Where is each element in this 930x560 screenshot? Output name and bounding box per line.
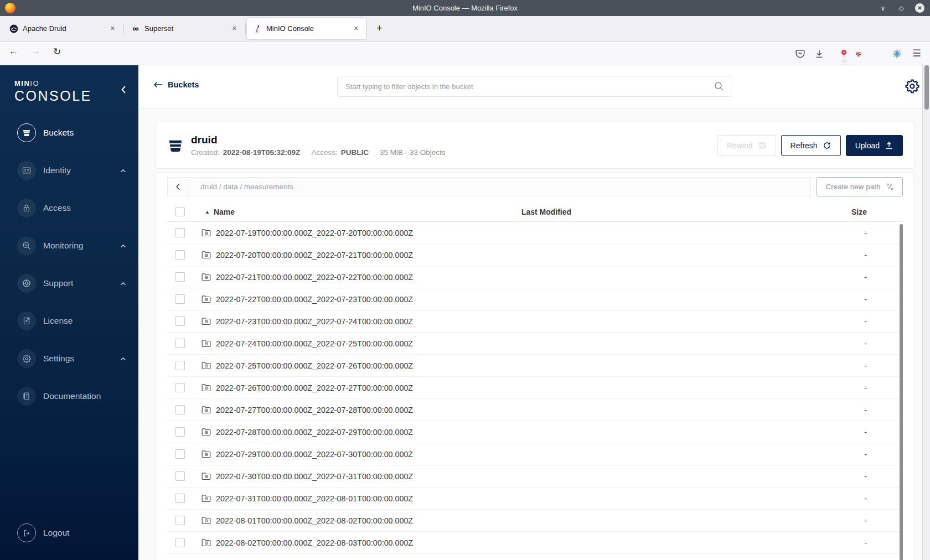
pocket-icon[interactable] — [795, 48, 806, 59]
row-checkbox[interactable] — [175, 538, 185, 547]
tab-close-icon[interactable]: ✕ — [229, 23, 240, 34]
object-name: 2022-07-30T00:00:00.000Z_2022-07-31T00:0… — [216, 472, 413, 481]
multi-account-extension-icon[interactable]: ✳ — [892, 48, 903, 59]
object-browser-card: druid / data / measurements Create new p… — [156, 173, 914, 560]
folder-icon — [202, 339, 211, 348]
row-checkbox[interactable] — [175, 317, 185, 326]
page-scrollbar[interactable] — [922, 65, 930, 560]
chevron-up-icon[interactable] — [120, 357, 126, 361]
table-row[interactable]: 2022-07-25T00:00:00.000Z_2022-07-26T00:0… — [167, 355, 903, 377]
object-size: - — [657, 273, 903, 282]
browser-toolbar: ← → ↻ 172.18.0.5:32595/buckets/druid/bro… — [0, 42, 930, 65]
tab-superset[interactable]: ∞ Superset ✕ — [125, 18, 244, 39]
column-header-name[interactable]: Name — [214, 208, 235, 216]
sidebar-item-support[interactable]: Support — [0, 265, 138, 302]
sidebar-item-documentation[interactable]: Documentation — [0, 377, 138, 415]
table-row[interactable]: 2022-07-20T00:00:00.000Z_2022-07-21T00:0… — [167, 244, 903, 266]
access-value: PUBLIC — [341, 148, 369, 157]
new-tab-button[interactable]: + — [372, 23, 387, 34]
window-minimize-icon[interactable]: ∨ — [879, 4, 887, 12]
tab-close-icon[interactable]: ✕ — [107, 23, 118, 34]
column-header-size[interactable]: Size — [657, 208, 903, 216]
back-to-buckets-link[interactable]: Buckets — [154, 80, 199, 89]
table-row[interactable]: 2022-07-30T00:00:00.000Z_2022-07-31T00:0… — [167, 465, 903, 488]
breadcrumb[interactable]: druid / data / measurements — [188, 183, 293, 191]
chevron-up-icon[interactable] — [120, 244, 126, 248]
bucket-usage-summary: 35 MiB - 33 Objects — [380, 148, 446, 157]
table-row[interactable]: 2022-07-27T00:00:00.000Z_2022-07-28T00:0… — [167, 399, 903, 421]
table-row[interactable]: 2022-07-28T00:00:00.000Z_2022-07-29T00:0… — [167, 421, 903, 443]
page-scrollbar-thumb[interactable] — [924, 65, 929, 110]
reload-button[interactable]: ↻ — [53, 46, 61, 58]
row-checkbox[interactable] — [175, 516, 185, 525]
table-row[interactable]: 2022-08-02T00:00:00.000Z_2022-08-03T00:0… — [167, 532, 903, 554]
row-checkbox[interactable] — [175, 494, 185, 503]
tab-close-icon[interactable]: ✕ — [351, 23, 361, 34]
window-maximize-icon[interactable]: ◇ — [897, 4, 906, 12]
row-checkbox[interactable] — [175, 250, 185, 260]
object-name: 2022-07-23T00:00:00.000Z_2022-07-24T00:0… — [216, 317, 413, 326]
table-row[interactable]: 2022-07-19T00:00:00.000Z_2022-07-20T00:0… — [167, 222, 903, 244]
sidebar-item-access[interactable]: Access — [0, 189, 138, 227]
object-size: - — [657, 317, 903, 326]
object-filter-search[interactable] — [337, 76, 731, 97]
row-checkbox[interactable] — [175, 228, 185, 237]
table-row[interactable]: 2022-07-22T00:00:00.000Z_2022-07-23T00:0… — [167, 288, 903, 310]
ublock-origin-icon[interactable]: UO — [853, 48, 864, 59]
logo-console: CONSOLE — [14, 89, 92, 103]
sidebar-item-settings[interactable]: Settings — [0, 340, 138, 377]
upload-button[interactable]: Upload — [846, 135, 903, 156]
sidebar-item-buckets[interactable]: Buckets — [0, 114, 138, 152]
back-button[interactable]: ← — [9, 46, 18, 57]
tab-minio-console[interactable]: MinIO Console ✕ — [247, 18, 366, 39]
row-checkbox[interactable] — [175, 471, 185, 481]
folder-icon — [202, 428, 211, 436]
download-icon[interactable] — [814, 49, 825, 59]
table-row[interactable]: 2022-07-23T00:00:00.000Z_2022-07-24T00:0… — [167, 310, 903, 333]
folder-icon — [202, 273, 211, 281]
row-checkbox[interactable] — [175, 272, 185, 282]
table-row[interactable]: 2022-07-24T00:00:00.000Z_2022-07-25T00:0… — [167, 333, 903, 355]
forward-button[interactable]: → — [31, 46, 40, 57]
hamburger-menu-icon[interactable]: ☰ — [911, 48, 922, 59]
sidebar-item-license[interactable]: License — [0, 302, 138, 340]
row-checkbox[interactable] — [175, 383, 185, 392]
row-checkbox[interactable] — [175, 427, 185, 437]
superset-favicon: ∞ — [131, 24, 140, 33]
sidebar-collapse-icon[interactable] — [121, 85, 126, 94]
rewind-button[interactable]: Rewind — [717, 135, 776, 156]
table-row[interactable]: 2022-07-21T00:00:00.000Z_2022-07-22T00:0… — [167, 266, 903, 288]
row-checkbox[interactable] — [175, 449, 185, 459]
table-row[interactable]: 2022-08-01T00:00:00.000Z_2022-08-02T00:0… — [167, 510, 903, 532]
table-row[interactable]: 2022-07-29T00:00:00.000Z_2022-07-30T00:0… — [167, 443, 903, 465]
search-input[interactable] — [345, 82, 714, 91]
create-path-icon — [886, 183, 894, 191]
bucket-browser-page: druid Created: 2022-08-19T05:32:09Z Acce… — [138, 108, 922, 560]
search-icon — [714, 81, 724, 91]
select-all-checkbox[interactable] — [175, 207, 185, 216]
object-name: 2022-07-28T00:00:00.000Z_2022-07-29T00:0… — [216, 428, 413, 437]
tab-apache-druid[interactable]: Apache Druid ✕ — [3, 18, 122, 39]
folder-icon — [202, 383, 211, 392]
column-header-last-modified[interactable]: Last Modified — [436, 208, 657, 216]
breadcrumb-back-icon[interactable] — [168, 178, 188, 196]
settings-gear-icon[interactable] — [905, 79, 920, 94]
refresh-button[interactable]: Refresh — [781, 135, 841, 156]
row-checkbox[interactable] — [175, 339, 185, 348]
row-checkbox[interactable] — [175, 405, 185, 414]
sidebar-item-logout[interactable]: Logout — [17, 523, 69, 542]
table-row[interactable]: 2022-07-26T00:00:00.000Z_2022-07-27T00:0… — [167, 377, 903, 399]
sort-asc-icon[interactable]: ▲ — [205, 209, 210, 215]
sidebar-item-identity[interactable]: Identity — [0, 152, 138, 189]
chevron-up-icon[interactable] — [120, 169, 126, 173]
row-checkbox[interactable] — [175, 294, 185, 304]
table-row[interactable]: 2022-07-31T00:00:00.000Z_2022-08-01T00:0… — [167, 488, 903, 510]
chevron-up-icon[interactable] — [120, 282, 126, 286]
sidebar-item-monitoring[interactable]: Monitoring — [0, 227, 138, 265]
create-new-path-button[interactable]: Create new path — [817, 177, 903, 196]
table-scrollbar-thumb[interactable] — [900, 224, 903, 560]
minio-sidebar: MINIO CONSOLE Buckets Identity Access — [0, 65, 138, 560]
window-close-icon[interactable]: ✕ — [915, 3, 924, 13]
row-checkbox[interactable] — [175, 361, 185, 370]
rewind-icon — [758, 141, 767, 150]
